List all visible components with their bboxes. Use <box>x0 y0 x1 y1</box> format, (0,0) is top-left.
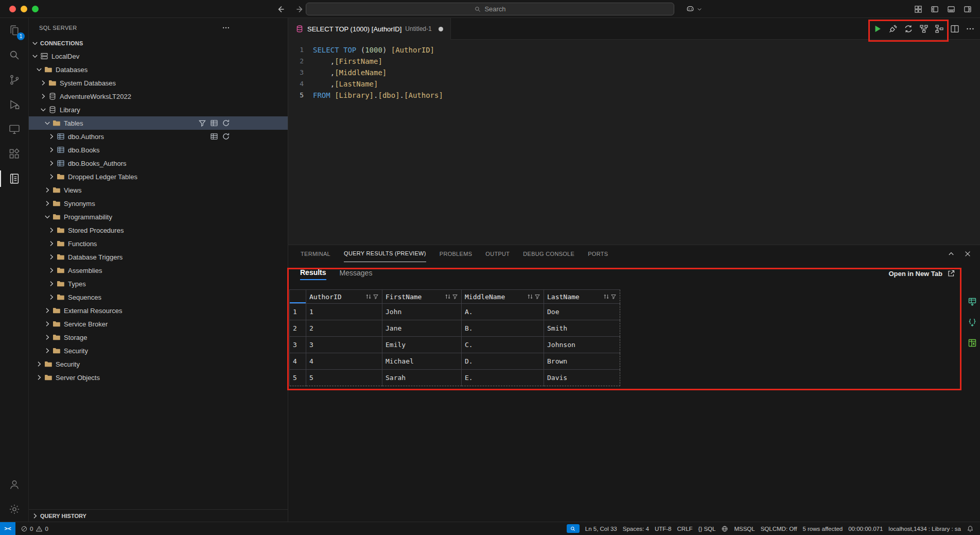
grid-corner-cell[interactable] <box>290 290 306 304</box>
run-query-icon[interactable] <box>873 24 882 33</box>
panel-tab-terminal[interactable]: TERMINAL <box>301 245 330 262</box>
command-center-search[interactable]: Search <box>306 3 674 15</box>
tab-results[interactable]: Results <box>300 268 326 280</box>
chevron-right-icon[interactable] <box>47 146 56 154</box>
status-item-10[interactable]: 00:00:00.071 <box>848 526 883 532</box>
chevron-right-icon[interactable] <box>43 186 51 194</box>
chevron-down-icon[interactable] <box>39 106 47 114</box>
code-editor[interactable]: 1SELECT TOP (1000) [AuthorID]2 ,[FirstNa… <box>288 40 980 245</box>
table-cell[interactable]: Sarah <box>382 370 462 386</box>
query-history-section-header[interactable]: QUERY HISTORY <box>29 509 288 522</box>
panel-tab-debug-console[interactable]: DEBUG CONSOLE <box>523 245 574 262</box>
panel-tab-problems[interactable]: PROBLEMS <box>440 245 472 262</box>
chevron-right-icon[interactable] <box>47 172 56 181</box>
tree-item-dropped-ledger-tables[interactable]: Dropped Ledger Tables <box>29 170 288 183</box>
row-number-cell[interactable]: 3 <box>290 337 306 353</box>
table-cell[interactable]: E. <box>462 370 544 386</box>
column-filter-icon[interactable] <box>610 294 617 300</box>
activity-item-remote-explorer[interactable] <box>0 117 28 142</box>
tree-item-sequences[interactable]: Sequences <box>29 290 288 304</box>
column-filter-icon[interactable] <box>373 294 379 300</box>
remote-indicator-icon[interactable]: >< <box>0 522 15 535</box>
activity-item-sql-server[interactable] <box>0 166 28 191</box>
tree-item-localdev[interactable]: LocalDev <box>29 49 288 63</box>
table-cell[interactable]: Jane <box>382 320 462 337</box>
status-item-8[interactable]: SQLCMD: Off <box>761 526 797 532</box>
table-cell[interactable]: Michael <box>382 353 462 370</box>
table-row[interactable]: 33EmilyC.Johnson <box>290 337 620 353</box>
tree-item-database-triggers[interactable]: Database Triggers <box>29 250 288 264</box>
tree-item-adventureworkslt2022[interactable]: AdventureWorksLT2022 <box>29 90 288 103</box>
table-cell[interactable]: Smith <box>544 320 620 337</box>
connections-section-header[interactable]: CONNECTIONS <box>29 37 288 49</box>
close-window-button[interactable] <box>9 6 16 12</box>
column-header-authorid[interactable]: AuthorID <box>306 290 382 304</box>
table-cell[interactable]: Davis <box>544 370 620 386</box>
tree-item-security[interactable]: Security <box>29 357 288 371</box>
zoom-status-chip[interactable] <box>567 524 580 533</box>
tree-item-security[interactable]: Security <box>29 344 288 357</box>
table-cell[interactable]: 5 <box>306 370 382 386</box>
chevron-right-icon[interactable] <box>43 333 51 341</box>
errors-status[interactable]: 0 <box>21 525 33 532</box>
chevron-right-icon[interactable] <box>47 293 56 301</box>
table-cell[interactable]: 1 <box>306 304 382 320</box>
tree-item-server-objects[interactable]: Server Objects <box>29 371 288 384</box>
table-cell[interactable]: 2 <box>306 320 382 337</box>
more-actions-icon[interactable] <box>222 24 230 32</box>
table-icon[interactable] <box>210 132 218 141</box>
layout-grid-icon[interactable] <box>914 5 922 13</box>
table-cell[interactable]: B. <box>462 320 544 337</box>
tree-item-system-databases[interactable]: System Databases <box>29 76 288 90</box>
forward-icon[interactable] <box>294 4 305 14</box>
status-item-9[interactable]: 5 rows affected <box>802 526 843 532</box>
tree-item-dbo-books-authors[interactable]: dbo.Books_Authors <box>29 157 288 170</box>
minimize-window-button[interactable] <box>21 6 27 12</box>
tree-item-views[interactable]: Views <box>29 183 288 197</box>
chevron-up-icon[interactable] <box>947 250 955 258</box>
table-row[interactable]: 55SarahE.Davis <box>290 370 620 386</box>
table-cell[interactable]: C. <box>462 337 544 353</box>
bell-icon[interactable] <box>967 525 974 532</box>
chevron-right-icon[interactable] <box>47 239 56 248</box>
activity-item-search[interactable] <box>0 43 28 67</box>
table-row[interactable]: 22JaneB.Smith <box>290 320 620 337</box>
split-editor-icon[interactable] <box>950 24 959 33</box>
tree-item-assemblies[interactable]: Assemblies <box>29 264 288 277</box>
save-as-csv-icon[interactable] <box>968 297 977 306</box>
chevron-right-icon[interactable] <box>39 92 47 100</box>
sort-icon[interactable] <box>444 293 451 300</box>
chevron-down-icon[interactable] <box>43 119 51 127</box>
sort-icon[interactable] <box>365 293 372 300</box>
activity-item-settings[interactable] <box>0 497 28 522</box>
copilot-menu[interactable] <box>686 0 703 18</box>
chevron-right-icon[interactable] <box>47 266 56 274</box>
activity-item-accounts[interactable] <box>0 472 28 497</box>
warnings-status[interactable]: 0 <box>36 525 48 532</box>
column-header-firstname[interactable]: FirstName <box>382 290 462 304</box>
editor-tab[interactable]: SELECT TOP (1000) [AuthorID] Untitled-1 <box>288 18 451 40</box>
status-item-5[interactable]: {} SQL <box>698 526 716 532</box>
enable-actual-plan-icon[interactable] <box>935 24 944 33</box>
chevron-right-icon[interactable] <box>35 360 43 368</box>
status-item-2[interactable]: Spaces: 4 <box>623 526 649 532</box>
column-header-middlename[interactable]: MiddleName <box>462 290 544 304</box>
column-filter-icon[interactable] <box>534 294 540 300</box>
save-as-json-icon[interactable] <box>968 318 977 327</box>
estimated-plan-icon[interactable] <box>919 24 929 33</box>
chevron-right-icon[interactable] <box>43 320 51 328</box>
row-number-cell[interactable]: 1 <box>290 304 306 320</box>
problems-status[interactable]: 00 <box>21 525 48 532</box>
chevron-down-icon[interactable] <box>43 213 51 221</box>
tree-item-programmability[interactable]: Programmability <box>29 210 288 223</box>
row-number-cell[interactable]: 5 <box>290 370 306 386</box>
table-cell[interactable]: Emily <box>382 337 462 353</box>
status-item-1[interactable]: Ln 5, Col 33 <box>585 526 617 532</box>
tree-item-dbo-authors[interactable]: dbo.Authors <box>29 130 288 143</box>
globe-icon[interactable] <box>721 525 728 532</box>
activity-item-run-debug[interactable] <box>0 92 28 117</box>
tree-item-library[interactable]: Library <box>29 103 288 116</box>
tree-item-functions[interactable]: Functions <box>29 237 288 250</box>
table-row[interactable]: 11JohnA.Doe <box>290 304 620 320</box>
tree-item-dbo-books[interactable]: dbo.Books <box>29 143 288 157</box>
